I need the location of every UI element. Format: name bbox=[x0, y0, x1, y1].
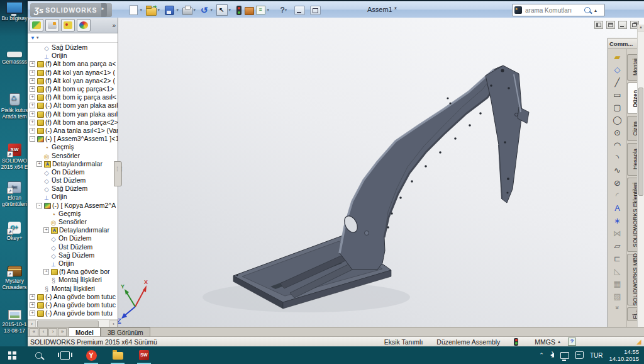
tree-item[interactable]: +(f) Alt bom uç parça<1> bbox=[28, 85, 118, 93]
line-icon[interactable]: ╱ bbox=[610, 76, 625, 89]
insert-components-icon[interactable]: ▰ bbox=[610, 51, 625, 64]
this-pc-desktop-item[interactable]: Bu bilgisay bbox=[0, 1, 29, 21]
select-dropdown-caret[interactable] bbox=[229, 8, 233, 13]
undo-dropdown-caret[interactable] bbox=[211, 8, 215, 13]
start-button[interactable] bbox=[6, 350, 18, 361]
tree-item[interactable]: +(f) Alt bom iç parça asıl< bbox=[28, 93, 118, 101]
text-icon[interactable]: A bbox=[610, 202, 625, 215]
tray-overflow-icon[interactable] bbox=[539, 352, 544, 358]
expand-icon[interactable]: + bbox=[30, 103, 35, 108]
vscroll-thumb[interactable] bbox=[638, 88, 643, 196]
tree-item[interactable]: Montaj İlişkileri bbox=[28, 284, 118, 292]
tree-item[interactable]: Orijin bbox=[28, 52, 118, 60]
tree-item[interactable]: -(-) [ Assem3^Assem1 ]<1 bbox=[28, 135, 118, 143]
expand-icon[interactable]: + bbox=[43, 269, 49, 275]
document-tab-3b-g-r-n-m[interactable]: 3B Görünüm bbox=[101, 327, 150, 337]
tree-item[interactable]: +(f) Alt bom ana parça a< bbox=[28, 60, 118, 68]
print-icon[interactable] bbox=[182, 8, 192, 15]
clock[interactable]: 14:55 14.10.2015 bbox=[609, 348, 639, 362]
expand-icon[interactable]: + bbox=[30, 120, 35, 125]
select-cursor-icon[interactable] bbox=[216, 4, 228, 16]
solidworks-2015-desktop-item[interactable]: SOLIDWO2015 x64 E bbox=[0, 144, 29, 170]
perimeter-circle-icon[interactable]: ⊙ bbox=[610, 127, 625, 139]
expand-icon[interactable]: + bbox=[30, 294, 35, 300]
tangent-arc-icon[interactable]: ◝ bbox=[610, 152, 625, 164]
linear-pattern-icon[interactable]: ▦ bbox=[610, 278, 625, 290]
sketch-fillet-icon[interactable]: ◜ bbox=[610, 190, 625, 202]
tree-item[interactable]: +(-) Ana gövde bom tutuc bbox=[28, 301, 118, 309]
file-explorer-button[interactable] bbox=[112, 350, 123, 361]
open-icon[interactable] bbox=[146, 8, 157, 16]
print-dropdown-caret[interactable] bbox=[194, 8, 198, 13]
circle-icon[interactable]: ◯ bbox=[610, 114, 625, 127]
tree-item[interactable]: Orijin bbox=[28, 259, 118, 268]
search-icon[interactable] bbox=[584, 7, 591, 13]
file-properties-icon[interactable] bbox=[245, 7, 254, 15]
tree-item[interactable]: +(f) Ana gövde bor bbox=[28, 268, 118, 276]
offset-entities-icon[interactable]: ⊏ bbox=[610, 253, 625, 265]
tree-item[interactable]: Sağ Düzlem bbox=[28, 185, 118, 193]
yandex-browser-button[interactable] bbox=[86, 350, 97, 361]
open-dropdown-caret[interactable] bbox=[158, 8, 162, 13]
first-tab-icon[interactable]: « bbox=[30, 328, 38, 336]
gemassss-drive-desktop-item[interactable]: Gemassss bbox=[0, 45, 29, 65]
tree-item[interactable]: +(-) Ana gövde bom tutu bbox=[28, 309, 118, 317]
document-minimize-icon[interactable] bbox=[618, 21, 627, 29]
tile-vertical-icon[interactable] bbox=[606, 21, 615, 29]
help-dropdown-caret[interactable] bbox=[285, 8, 289, 13]
expand-icon[interactable]: + bbox=[30, 128, 35, 134]
expand-icon[interactable]: + bbox=[30, 61, 35, 67]
status-help-icon[interactable] bbox=[568, 338, 576, 346]
new-document-icon[interactable] bbox=[130, 5, 138, 15]
last-tab-icon[interactable]: » bbox=[58, 328, 67, 336]
tree-item[interactable]: +(f) Alt kol yan ayna<1> ( bbox=[28, 69, 118, 77]
taskbar-search-button[interactable] bbox=[33, 350, 44, 361]
volume-icon[interactable] bbox=[550, 353, 554, 358]
expand-icon[interactable]: + bbox=[43, 227, 49, 233]
recycle-bin-desktop-item[interactable]: Pislik kutusArada tem bbox=[0, 93, 29, 120]
expand-icon[interactable]: + bbox=[30, 94, 35, 100]
prev-tab-icon[interactable]: ‹ bbox=[39, 328, 48, 336]
mirror-entities-icon[interactable]: ⋈ bbox=[610, 227, 625, 240]
options-dropdown-caret[interactable] bbox=[267, 8, 272, 13]
save-dropdown-caret[interactable] bbox=[177, 8, 181, 13]
units-selector[interactable]: MMGS bbox=[535, 338, 555, 346]
tree-item[interactable]: Ön Düzlem bbox=[28, 234, 118, 242]
chamfer-icon[interactable]: ◺ bbox=[610, 265, 625, 278]
okey-plus-desktop-item[interactable]: Okey+ bbox=[0, 222, 29, 241]
tree-item[interactable]: -(-) [ Kopya Assem2^A bbox=[28, 202, 118, 210]
straight-slot-icon[interactable]: ▢ bbox=[610, 101, 625, 114]
tree-item[interactable]: Sensörler bbox=[28, 218, 118, 226]
network-icon[interactable] bbox=[560, 352, 569, 359]
window-restore-button[interactable] bbox=[310, 6, 321, 15]
expand-icon[interactable]: + bbox=[36, 161, 42, 167]
tree-item[interactable]: +Detaylandırmalar bbox=[28, 226, 118, 234]
tile-horizontal-icon[interactable] bbox=[594, 21, 603, 29]
more-tabs-icon[interactable] bbox=[112, 22, 116, 29]
new-dropdown-caret[interactable] bbox=[140, 8, 145, 13]
expand-icon[interactable]: + bbox=[30, 302, 35, 308]
collapse-icon[interactable]: - bbox=[30, 136, 35, 142]
tree-vertical-scrollbar[interactable] bbox=[637, 25, 644, 329]
propertymanager-tab[interactable] bbox=[45, 19, 59, 31]
hscroll-thumb[interactable] bbox=[37, 321, 99, 327]
save-icon[interactable] bbox=[165, 6, 174, 15]
search-input[interactable] bbox=[524, 6, 584, 14]
tree-item[interactable]: +(-) Ana gövde bom tutuc bbox=[28, 293, 118, 301]
screenshots-desktop-item[interactable]: Ekrangörüntüleri bbox=[0, 181, 29, 207]
tree-item[interactable]: Montaj İlişkileri bbox=[28, 276, 118, 284]
expand-icon[interactable]: + bbox=[30, 111, 35, 117]
action-center-icon[interactable] bbox=[575, 351, 584, 359]
tree-item[interactable]: Orijin bbox=[28, 193, 118, 201]
tree-item[interactable]: +Detaylandırmalar bbox=[28, 160, 118, 168]
move-entities-icon[interactable]: ▨ bbox=[610, 290, 625, 303]
tree-item[interactable]: +(f) Alt bom ana parça<2> bbox=[28, 118, 118, 127]
photo-2015-10-desktop-item[interactable]: 2015-10-113-08-17 bbox=[0, 307, 29, 334]
rebuild-traffic-light-icon[interactable] bbox=[236, 6, 242, 15]
tree-item[interactable]: +(f) Alt bom yan plaka asıl bbox=[28, 110, 118, 118]
tree-item[interactable]: +(-) Ana tanla asıl<1> (Var bbox=[28, 127, 118, 135]
expand-icon[interactable]: + bbox=[30, 78, 35, 84]
featuremanager-tab[interactable] bbox=[30, 19, 43, 31]
appearances-tab[interactable] bbox=[77, 19, 91, 31]
window-minimize-button[interactable] bbox=[294, 6, 305, 15]
